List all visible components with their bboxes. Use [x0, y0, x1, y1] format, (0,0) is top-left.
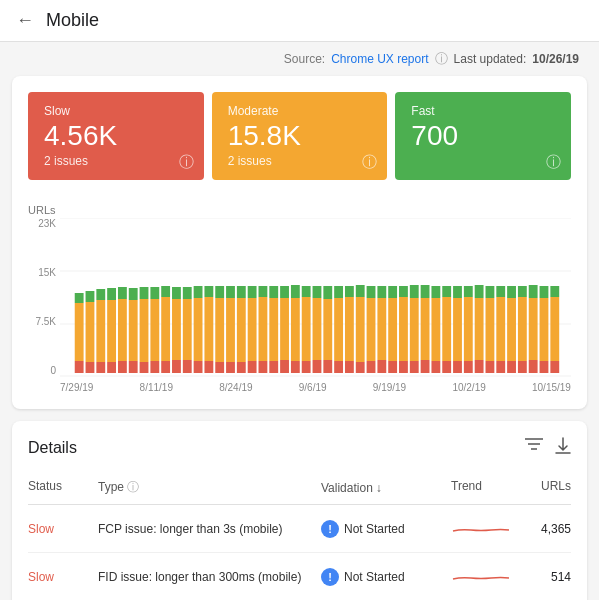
metric-moderate[interactable]: Moderate 15.8K 2 issues ⓘ — [212, 92, 388, 180]
svg-rect-38 — [194, 298, 203, 361]
svg-rect-31 — [172, 360, 181, 373]
svg-rect-5 — [75, 303, 84, 361]
svg-rect-103 — [431, 361, 440, 373]
svg-rect-130 — [529, 360, 538, 373]
svg-rect-84 — [356, 285, 365, 297]
metrics-card: Slow 4.56K 2 issues ⓘ Moderate 15.8K 2 i… — [12, 76, 587, 409]
svg-rect-41 — [204, 297, 213, 361]
svg-rect-113 — [464, 297, 473, 361]
svg-rect-40 — [204, 361, 213, 373]
svg-rect-50 — [237, 298, 246, 362]
svg-rect-14 — [107, 300, 116, 362]
svg-rect-64 — [291, 361, 300, 373]
svg-rect-7 — [86, 362, 95, 373]
details-header: Details — [28, 437, 571, 459]
svg-rect-8 — [86, 302, 95, 362]
svg-rect-79 — [345, 361, 354, 373]
last-updated-value: 10/26/19 — [532, 52, 579, 66]
svg-rect-119 — [486, 298, 495, 361]
source-name[interactable]: Chrome UX report — [331, 52, 428, 66]
svg-rect-43 — [215, 362, 224, 373]
x-label-0: 7/29/19 — [60, 382, 93, 393]
metric-slow-label: Slow — [44, 104, 188, 118]
svg-rect-12 — [96, 289, 105, 300]
metric-fast[interactable]: Fast 700 ⓘ — [395, 92, 571, 180]
col-status-header: Status — [28, 479, 98, 496]
details-card: Details Status Type ⓘ Va — [12, 421, 587, 600]
metric-moderate-label: Moderate — [228, 104, 372, 118]
svg-rect-33 — [172, 287, 181, 299]
not-started-label: Not Started — [344, 522, 405, 536]
back-button[interactable]: ← — [16, 10, 34, 31]
svg-rect-118 — [486, 361, 495, 373]
svg-rect-112 — [464, 361, 473, 373]
download-icon[interactable] — [555, 437, 571, 459]
svg-rect-25 — [150, 361, 159, 373]
svg-rect-88 — [377, 360, 386, 373]
table-header: Status Type ⓘ Validation ↓ Trend URLs — [28, 471, 571, 505]
svg-rect-92 — [388, 298, 397, 361]
chart-x-labels: 7/29/19 8/11/19 8/24/19 9/6/19 9/19/19 1… — [60, 382, 571, 393]
x-label-4: 9/19/19 — [373, 382, 406, 393]
not-started-label: Not Started — [344, 570, 405, 584]
svg-rect-133 — [540, 361, 549, 373]
row-status: Slow — [28, 570, 98, 584]
svg-rect-81 — [345, 286, 354, 297]
row-validation: !Not Started — [321, 520, 451, 538]
svg-rect-13 — [107, 362, 116, 373]
svg-rect-128 — [518, 297, 527, 361]
y-tick-15k: 15K — [28, 267, 56, 278]
svg-rect-105 — [431, 286, 440, 298]
page-title: Mobile — [46, 10, 99, 31]
svg-rect-91 — [388, 361, 397, 373]
svg-rect-26 — [150, 299, 159, 361]
svg-rect-30 — [161, 286, 170, 297]
svg-rect-109 — [453, 361, 462, 373]
svg-rect-104 — [431, 298, 440, 361]
svg-rect-54 — [248, 286, 257, 298]
svg-rect-134 — [540, 298, 549, 361]
row-status: Slow — [28, 522, 98, 536]
row-urls: 4,365 — [521, 522, 571, 536]
source-info-icon[interactable]: ⓘ — [435, 50, 448, 68]
svg-rect-110 — [453, 298, 462, 361]
svg-rect-83 — [356, 297, 365, 362]
metric-moderate-info-icon[interactable]: ⓘ — [362, 153, 377, 172]
svg-rect-108 — [442, 286, 451, 297]
svg-rect-95 — [399, 297, 408, 361]
svg-rect-76 — [334, 361, 343, 373]
svg-rect-20 — [129, 300, 138, 361]
metric-slow-info-icon[interactable]: ⓘ — [179, 153, 194, 172]
svg-rect-24 — [140, 287, 149, 299]
svg-rect-96 — [399, 286, 408, 297]
svg-rect-82 — [356, 362, 365, 373]
chart-y-label: URLs — [28, 204, 571, 216]
svg-rect-90 — [377, 286, 386, 298]
table-row: SlowFCP issue: longer than 3s (mobile)!N… — [28, 505, 571, 553]
svg-rect-100 — [421, 360, 430, 373]
svg-rect-23 — [140, 299, 149, 362]
source-label: Source: — [284, 52, 325, 66]
type-info-icon[interactable]: ⓘ — [127, 480, 139, 494]
metric-fast-info-icon[interactable]: ⓘ — [546, 153, 561, 172]
svg-rect-59 — [269, 298, 278, 361]
svg-rect-131 — [529, 298, 538, 360]
x-label-6: 10/15/19 — [532, 382, 571, 393]
filter-icon[interactable] — [525, 437, 543, 459]
svg-rect-117 — [475, 285, 484, 298]
svg-rect-74 — [323, 299, 332, 360]
svg-rect-73 — [323, 360, 332, 373]
metric-slow[interactable]: Slow 4.56K 2 issues ⓘ — [28, 92, 204, 180]
svg-rect-65 — [291, 298, 300, 361]
svg-rect-68 — [302, 297, 311, 361]
x-label-1: 8/11/19 — [140, 382, 173, 393]
svg-rect-115 — [475, 360, 484, 373]
svg-rect-19 — [129, 361, 138, 373]
last-updated-label: Last updated: — [454, 52, 527, 66]
svg-rect-135 — [540, 286, 549, 298]
svg-rect-29 — [161, 297, 170, 361]
col-validation-header[interactable]: Validation ↓ — [321, 479, 451, 496]
svg-rect-97 — [410, 361, 419, 373]
svg-rect-28 — [161, 361, 170, 373]
col-type-header: Type ⓘ — [98, 479, 321, 496]
